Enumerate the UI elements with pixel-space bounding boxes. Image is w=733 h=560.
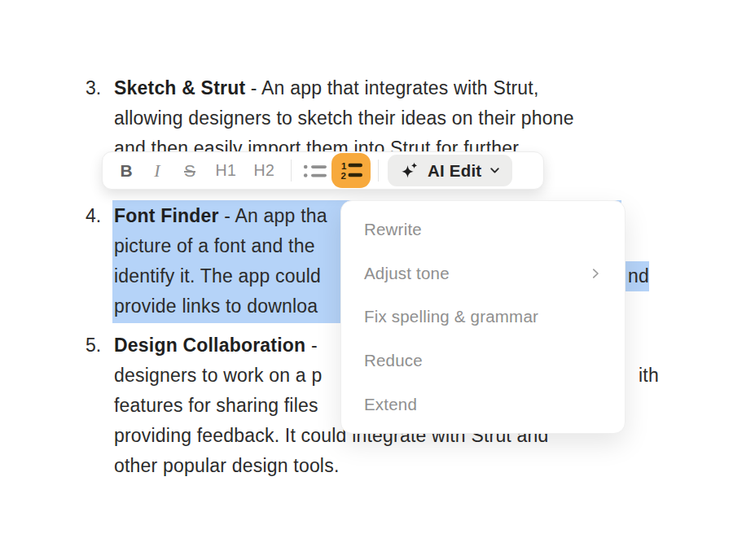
- list-item-5-line-2-tail: ith: [639, 361, 659, 391]
- menu-item-adjust-tone[interactable]: Adjust tone: [341, 252, 625, 295]
- menu-item-label: Fix spelling & grammar: [364, 307, 538, 326]
- toolbar-divider: [378, 160, 379, 182]
- ai-edit-dropdown-menu: Rewrite Adjust tone Fix spelling & gramm…: [340, 200, 625, 434]
- numbered-list-icon: 1 2: [339, 160, 364, 181]
- strikethrough-button[interactable]: S: [173, 156, 207, 186]
- bold-button[interactable]: B: [111, 156, 142, 186]
- menu-item-label: Rewrite: [364, 220, 422, 239]
- list-item-5-line-5: other popular design tools.: [114, 451, 339, 481]
- list-number-4: 4.: [86, 201, 110, 231]
- list-item-4-line-1-rest: - An app tha: [219, 205, 327, 226]
- chevron-down-icon: [489, 164, 501, 177]
- list-item-5-line-3: features for sharing files: [114, 391, 318, 421]
- list-item-5-line-2: designers to work on a p: [114, 361, 322, 391]
- list-item-4-line-2: picture of a font and the: [114, 231, 315, 261]
- list-item-4-line-3: identify it. The app could: [114, 261, 321, 291]
- menu-item-extend[interactable]: Extend: [341, 383, 625, 427]
- list-item-4-title: Font Finder: [114, 205, 219, 226]
- menu-item-label: Adjust tone: [364, 264, 450, 283]
- italic-button[interactable]: I: [142, 156, 173, 186]
- list-item-3-title: Sketch & Strut: [114, 77, 245, 98]
- list-item-4-line-3-tail: nd: [628, 261, 649, 291]
- bullet-list-icon: [303, 162, 328, 180]
- toolbar-divider: [291, 160, 292, 182]
- list-item-5-line-1-rest: -: [305, 335, 317, 356]
- list-item-3-line-1-rest: - An app that integrates with Strut,: [245, 77, 538, 98]
- list-item-3-line-1: Sketch & Strut - An app that integrates …: [114, 73, 539, 103]
- heading2-button[interactable]: H2: [245, 156, 283, 186]
- sparkles-icon: [399, 160, 420, 182]
- menu-item-label: Extend: [364, 395, 417, 414]
- ai-edit-button[interactable]: AI Edit: [388, 155, 512, 186]
- heading1-button[interactable]: H1: [207, 156, 245, 186]
- numbered-list-button-active[interactable]: 1 2: [331, 153, 371, 188]
- list-item-5-line-1: Design Collaboration -: [114, 330, 318, 361]
- list-item-4-line-1: Font Finder - An app tha: [114, 201, 327, 231]
- editor-page: 3. Sketch & Strut - An app that integrat…: [0, 0, 733, 560]
- list-item-5-title: Design Collaboration: [114, 335, 305, 356]
- list-item-3-line-2: allowing designers to sketch their ideas…: [114, 103, 574, 133]
- chevron-right-icon: [589, 267, 602, 280]
- menu-item-rewrite[interactable]: Rewrite: [341, 208, 625, 252]
- menu-item-label: Reduce: [364, 351, 423, 370]
- menu-item-reduce[interactable]: Reduce: [341, 339, 625, 383]
- list-item-4-line-4: provide links to downloa: [114, 291, 318, 322]
- svg-text:2: 2: [340, 171, 345, 181]
- formatting-toolbar: B I S H1 H2 1 2: [102, 151, 544, 190]
- bullet-list-button[interactable]: [299, 156, 331, 186]
- list-number-5: 5.: [86, 330, 110, 361]
- menu-item-fix-spelling-grammar[interactable]: Fix spelling & grammar: [341, 295, 625, 339]
- list-number-3: 3.: [86, 73, 110, 103]
- svg-text:1: 1: [341, 161, 347, 171]
- ai-edit-label: AI Edit: [428, 161, 481, 181]
